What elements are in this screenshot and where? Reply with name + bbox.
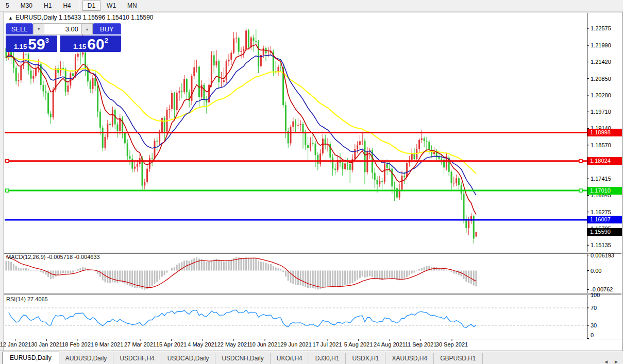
chart-tab-xauusd[interactable]: XAUUSD,H4 [385, 353, 434, 364]
rsi-bottom-border [4, 339, 621, 339]
candle-body [312, 143, 314, 144]
candle-body [384, 164, 385, 182]
ohlc-close: 1.15590 [131, 14, 153, 21]
candle-body [396, 188, 398, 198]
candle-body [458, 178, 460, 185]
rsi-tick-label: 70 [591, 305, 597, 311]
buy-price-display[interactable]: 1.15 60 2 [60, 36, 121, 52]
candle-body [164, 118, 165, 132]
candle-body [208, 85, 210, 103]
macd-tick-label: 0.006193 [591, 252, 614, 258]
candle-body [186, 79, 188, 92]
volume-input[interactable] [44, 23, 81, 34]
macd-tick-label: 0.00 [591, 268, 601, 274]
candle-body [468, 221, 469, 229]
candle-body [421, 138, 423, 140]
candle-body [226, 61, 227, 80]
candle-body [322, 138, 324, 153]
candle-body [127, 143, 128, 156]
buy-price-pips: 60 [87, 37, 104, 51]
volume-increase-button[interactable]: ▲ [81, 23, 93, 34]
price-tick-label: 1.21990 [591, 42, 611, 48]
candle-body [216, 61, 217, 65]
line-handle[interactable] [579, 160, 582, 163]
line-handle[interactable] [6, 160, 9, 163]
ohlc-low: 1.15410 [107, 14, 129, 21]
date-label: 22 May 2021 [217, 341, 250, 348]
candle-body [32, 76, 34, 79]
chart-tab-usdx[interactable]: USDX,H1 [346, 353, 385, 364]
candle-body [218, 61, 220, 82]
chart-tab-usdcnh[interactable]: USDCNH,Daily [215, 353, 270, 364]
candle-body [77, 54, 79, 57]
chart-tab-eurusd[interactable]: EURUSD,Daily [2, 352, 59, 364]
candle-body [391, 169, 393, 187]
candle-body [379, 181, 380, 184]
candle-body [245, 30, 247, 49]
candle-body [453, 183, 454, 183]
chart-tab-dj30[interactable]: DJ30,H1 [309, 353, 346, 364]
candle-body [97, 86, 98, 112]
candle-body [394, 186, 395, 188]
chart-tab-gbpusd[interactable]: GBPUSD,H1 [434, 353, 482, 364]
candle-body [362, 141, 363, 141]
date-label: 12 Jan 2021 [0, 341, 31, 348]
candle-body [129, 156, 131, 159]
candle-body [253, 38, 255, 41]
candle-body [235, 38, 237, 38]
chart-tab-usdchf[interactable]: USDCHF,H4 [113, 353, 161, 364]
candle-body [87, 68, 89, 81]
buy-button[interactable]: BUY [93, 23, 121, 34]
candle-body [112, 110, 113, 125]
candle-body [25, 54, 27, 55]
candle-body [70, 73, 71, 85]
candle-body [196, 66, 197, 67]
candle-body [176, 93, 178, 110]
chart-tab-usdcad[interactable]: USDCAD,Daily [161, 353, 216, 364]
main-macd-divider[interactable] [4, 252, 621, 254]
tab-scroll-right-icon[interactable]: ► [614, 359, 619, 364]
candle-body [243, 49, 244, 50]
candle-body [465, 220, 467, 228]
macd-rsi-divider[interactable] [4, 293, 621, 295]
candle-body [439, 157, 440, 159]
buy-price-point: 2 [105, 37, 108, 44]
candle-body [406, 163, 408, 177]
candle-body [389, 168, 391, 169]
chart-tab-bar: EURUSD,DailyAUDUSD,DailyUSDCHF,H4USDCAD,… [0, 351, 623, 364]
candle-body [411, 153, 413, 160]
date-label: 10 Jun 2021 [249, 341, 281, 348]
candle-body [401, 176, 403, 189]
price-level-badge: 1.17010 [587, 187, 622, 195]
chart-tab-ukoil[interactable]: UKOil,H4 [271, 353, 309, 364]
tab-scroll-left-icon[interactable]: ◄ [603, 359, 609, 364]
candle-body [238, 38, 240, 51]
sell-button[interactable]: SELL [6, 23, 33, 34]
volume-decrease-button[interactable]: ▼ [33, 23, 44, 34]
candle-body [181, 91, 182, 92]
sell-price-display[interactable]: 1.15 59 3 [6, 36, 57, 52]
candle-body [416, 149, 417, 159]
candle-body [241, 51, 242, 52]
date-label: 4 May 2021 [188, 341, 217, 348]
candle-body [82, 53, 83, 55]
chart-tab-audusd[interactable]: AUDUSD,Daily [59, 353, 114, 364]
candle-body [68, 85, 69, 92]
candle-body [198, 66, 200, 97]
rsi-tick-label: 0 [591, 332, 594, 338]
candle-body [134, 167, 136, 169]
chart-canvas[interactable] [0, 0, 623, 364]
date-label: 11 Sep 2021 [405, 341, 437, 348]
price-tick-label: 1.19710 [591, 109, 611, 115]
candle-body [18, 80, 20, 81]
line-handle[interactable] [579, 189, 582, 192]
rsi-indicator-label: RSI(14) 27.4065 [6, 296, 48, 302]
candle-body [144, 182, 145, 186]
macd-indicator-label: MACD(12,26,9) -0.005718 -0.004633 [6, 254, 100, 260]
line-handle[interactable] [6, 189, 9, 192]
candle-body [381, 181, 383, 182]
candle-body [213, 55, 215, 65]
date-label: 27 Mar 2021 [124, 341, 156, 348]
window-collapse-icon[interactable]: ▲ [8, 15, 13, 21]
candle-body [263, 48, 264, 55]
